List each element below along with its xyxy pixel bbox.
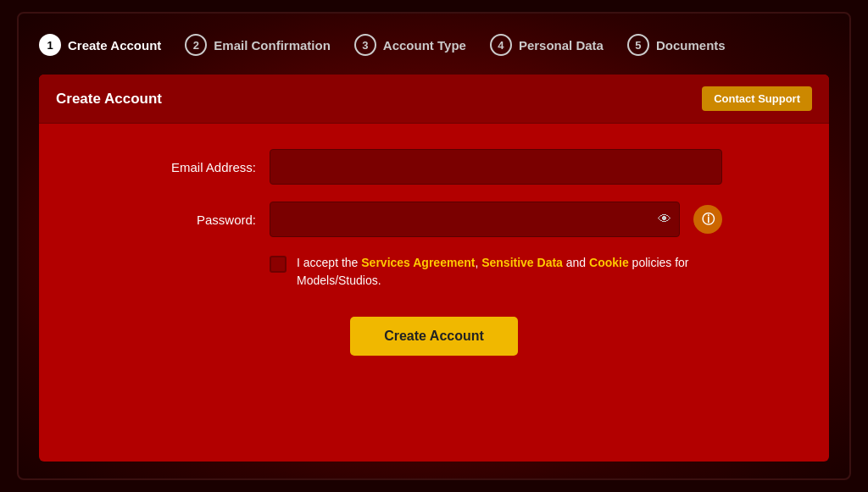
form-card: Create Account Contact Support Email Add…: [39, 75, 829, 462]
step-documents[interactable]: 5 Documents: [627, 34, 726, 56]
contact-support-button[interactable]: Contact Support: [702, 86, 812, 111]
step-circle-1: 1: [39, 34, 61, 56]
card-header: Create Account Contact Support: [39, 75, 829, 124]
card-body: Email Address: Password: 👁 ⓘ I: [39, 124, 829, 462]
step-label-2: Email Confirmation: [214, 38, 331, 53]
card-title: Create Account: [56, 91, 162, 108]
eye-icon[interactable]: 👁: [658, 212, 671, 227]
step-account-type[interactable]: 3 Account Type: [354, 34, 466, 56]
email-label: Email Address:: [146, 160, 256, 174]
main-frame: 1 Create Account 2 Email Confirmation 3 …: [17, 12, 851, 480]
step-label-3: Account Type: [383, 38, 466, 53]
step-label-4: Personal Data: [519, 38, 604, 53]
step-circle-2: 2: [185, 34, 207, 56]
terms-label: I accept the Services Agreement, Sensiti…: [297, 254, 722, 290]
comma1: ,: [475, 256, 481, 269]
cookie-link[interactable]: Cookie: [589, 256, 629, 269]
checkbox-row: I accept the Services Agreement, Sensiti…: [270, 254, 722, 290]
info-icon-button[interactable]: ⓘ: [693, 205, 722, 234]
step-create-account[interactable]: 1 Create Account: [39, 34, 161, 56]
email-row: Email Address:: [146, 149, 722, 185]
and-text: and: [563, 256, 589, 269]
form-section: Email Address: Password: 👁 ⓘ I: [146, 149, 722, 290]
text-before-links: I accept the: [297, 256, 361, 269]
step-personal-data[interactable]: 4 Personal Data: [490, 34, 604, 56]
step-label-5: Documents: [656, 38, 726, 53]
stepper: 1 Create Account 2 Email Confirmation 3 …: [39, 30, 829, 59]
step-circle-3: 3: [354, 34, 376, 56]
step-email-confirmation[interactable]: 2 Email Confirmation: [185, 34, 331, 56]
email-input[interactable]: [270, 149, 722, 185]
password-input-wrapper: 👁: [270, 202, 680, 237]
password-input[interactable]: [270, 202, 680, 237]
create-account-button[interactable]: Create Account: [350, 317, 518, 356]
step-label-1: Create Account: [68, 38, 161, 53]
step-circle-5: 5: [627, 34, 649, 56]
terms-checkbox[interactable]: [270, 256, 287, 273]
sensitive-data-link[interactable]: Sensitive Data: [481, 256, 563, 269]
services-agreement-link[interactable]: Services Agreement: [361, 256, 475, 269]
password-row: Password: 👁 ⓘ: [146, 202, 722, 237]
step-circle-4: 4: [490, 34, 512, 56]
password-label: Password:: [146, 213, 256, 227]
submit-section: Create Account: [350, 317, 518, 356]
